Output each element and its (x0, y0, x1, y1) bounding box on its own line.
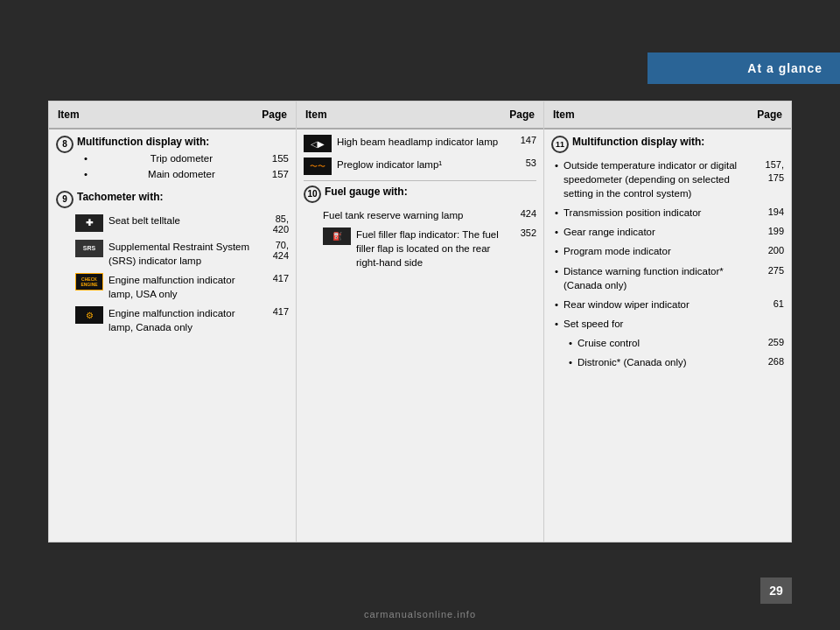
fuel-reserve-text: Fuel tank reserve warning lamp (323, 208, 503, 222)
section-11-title: Multifunction display with: (572, 135, 784, 150)
section-9-num: 9 (56, 191, 74, 208)
column-2: Item Page ◁▶ High beam headlamp indicato… (297, 101, 544, 542)
engine-canada-icon: ⚙ (75, 306, 103, 324)
distance-warning-row: • Distance warning function indicator* (… (555, 264, 784, 292)
transmission-text: Transmission position indicator (564, 206, 751, 220)
watermark: carmanualsonline.info (364, 609, 476, 620)
distronic-page: 268 (751, 355, 784, 368)
fuel-filler-icon: ⛽ (332, 232, 342, 241)
col3-header-page: Page (757, 108, 782, 121)
cruise-control-text: Cruise control (578, 336, 751, 350)
section-8-title: Multifunction display with: (77, 135, 289, 150)
srs-text: Supplemental Restraint System (SRS) indi… (108, 240, 256, 268)
distronic-text: Distronic* (Canada only) (578, 355, 751, 369)
fuel-filler-text: Fuel filler flap indicator: The fuel fil… (356, 228, 503, 270)
list-item: Main odometer 157 (84, 167, 289, 181)
divider-1 (304, 180, 536, 181)
highbeam-text: High beam headlamp indicator lamp (337, 135, 503, 149)
list-item: Trip odometer 155 (84, 151, 289, 165)
seatbelt-row: ✚ Seat belt telltale 85,420 (75, 214, 289, 234)
distance-warning-text: Distance warning function indicator* (Ca… (564, 264, 751, 292)
fuel-filler-page: 352 (503, 228, 536, 238)
col3-header: Item Page (544, 102, 791, 130)
rear-wiper-page: 61 (751, 298, 784, 311)
distance-warning-page: 275 (751, 264, 784, 277)
page-number: 29 (769, 584, 783, 598)
program-mode-page: 200 (751, 244, 784, 257)
check-engine-usa-page: 417 (256, 273, 289, 284)
transmission-row: • Transmission position indicator 194 (555, 206, 784, 220)
srs-row: SRS Supplemental Restraint System (SRS) … (75, 240, 289, 268)
highbeam-page: 147 (503, 135, 536, 145)
check-engine-usa-row: CHECK ENGINE Engine malfunction indicato… (75, 273, 289, 301)
highbeam-icon: ◁▶ (311, 139, 325, 149)
srs-icon-box: SRS (75, 240, 103, 257)
section-10-num: 10 (304, 186, 321, 203)
program-mode-text: Program mode indicator (564, 244, 751, 258)
col1-header-page: Page (262, 108, 287, 121)
col3-bullets: • Outside temperature indicator or digit… (551, 158, 784, 369)
page-number-box: 29 (760, 578, 792, 604)
section-10-header: 10 Fuel gauge with: (304, 185, 536, 203)
header-bar: At a glance (648, 52, 840, 84)
seatbelt-text: Seat belt telltale (108, 214, 256, 228)
section-11-header: 11 Multifunction display with: (551, 135, 784, 153)
outside-temp-text: Outside temperature indicator or digital… (564, 158, 751, 200)
col2-header-page: Page (509, 108, 535, 121)
col3-header-item: Item (553, 108, 575, 121)
column-1: Item Page 8 Multifunction display with: … (48, 101, 297, 542)
engine-canada-page: 417 (256, 306, 289, 317)
transmission-page: 194 (751, 206, 784, 219)
main-content: Item Page 8 Multifunction display with: … (48, 101, 792, 542)
preglow-icon: 〜〜 (310, 161, 326, 172)
engine-canada-row: ⚙ Engine malfunction indicator lamp, Can… (75, 306, 289, 334)
section-10-title-wrap: Fuel gauge with: (325, 185, 536, 201)
section-11-num: 11 (551, 136, 569, 153)
col3-body: 11 Multifunction display with: • Outside… (544, 130, 791, 380)
check-engine-usa-text: Engine malfunction indicator lamp, USA o… (108, 273, 256, 301)
cruise-control-row: • Cruise control 259 (555, 336, 784, 350)
highbeam-row: ◁▶ High beam headlamp indicator lamp 147 (304, 135, 536, 152)
section-10-title: Fuel gauge with: (325, 185, 536, 200)
outside-temp-page: 157,175 (751, 158, 784, 186)
section-9-title: Tachometer with: (77, 190, 289, 205)
section-9-title-wrap: Tachometer with: (77, 190, 289, 206)
gear-range-text: Gear range indicator (564, 225, 751, 239)
col1-body: 8 Multifunction display with: Trip odome… (49, 130, 296, 346)
distronic-row: • Distronic* (Canada only) 268 (555, 355, 784, 369)
col1-header: Item Page (49, 102, 296, 130)
fuel-filler-icon-box: ⛽ (323, 228, 351, 245)
fuel-reserve-row: Fuel tank reserve warning lamp 424 (323, 208, 536, 222)
srs-page: 70,424 (256, 240, 289, 261)
col2-header: Item Page (297, 102, 543, 130)
section-8-list: Trip odometer 155 Main odometer 157 (77, 151, 289, 181)
column-3: Item Page 11 Multifunction display with:… (544, 101, 792, 542)
outside-temp-row: • Outside temperature indicator or digit… (555, 158, 784, 200)
program-mode-row: • Program mode indicator 200 (555, 244, 784, 258)
highbeam-icon-box: ◁▶ (304, 135, 332, 152)
gear-range-page: 199 (751, 225, 784, 238)
seatbelt-page: 85,420 (256, 214, 289, 234)
preglow-page: 53 (503, 158, 536, 168)
fuel-reserve-page: 424 (503, 208, 536, 219)
fuel-filler-row: ⛽ Fuel filler flap indicator: The fuel f… (323, 228, 536, 270)
col2-header-item: Item (305, 108, 327, 121)
set-speed-row: • Set speed for (555, 317, 784, 331)
gear-range-row: • Gear range indicator 199 (555, 225, 784, 239)
set-speed-text: Set speed for (564, 317, 751, 331)
seatbelt-icon: ✚ (86, 218, 93, 228)
section-8-content: Multifunction display with: Trip odomete… (77, 135, 289, 183)
cruise-control-page: 259 (751, 336, 784, 349)
preglow-row: 〜〜 Preglow indicator lamp¹ 53 (304, 158, 536, 175)
section-9-header: 9 Tachometer with: (56, 190, 289, 208)
rear-wiper-row: • Rear window wiper indicator 61 (555, 298, 784, 312)
section-8: 8 Multifunction display with: Trip odome… (56, 135, 289, 183)
preglow-text: Preglow indicator lamp¹ (337, 158, 503, 172)
col2-body: ◁▶ High beam headlamp indicator lamp 147… (297, 130, 543, 280)
header-title: At a glance (747, 61, 822, 75)
check-engine-icon: CHECK ENGINE (75, 273, 103, 290)
preglow-icon-box: 〜〜 (304, 158, 332, 175)
col1-header-item: Item (58, 108, 80, 121)
seatbelt-icon-box: ✚ (75, 214, 103, 232)
section-11-title-wrap: Multifunction display with: (572, 135, 784, 151)
